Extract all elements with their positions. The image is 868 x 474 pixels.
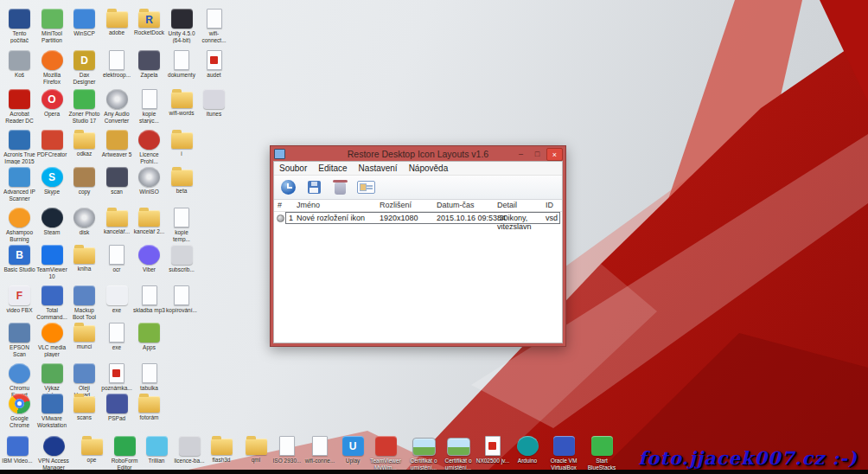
menu-napoveda[interactable]: Nápověda [409,163,449,173]
menu-nastaveni[interactable]: Nastavení [359,163,398,173]
column-header-detail[interactable]: Detail [497,201,517,209]
titlebar[interactable]: Restore Desktop Icon Layouts v1.6 – □ × [271,146,565,161]
desktop-icon[interactable]: Oleji Hovad... [68,363,100,398]
column-header-id[interactable]: ID [546,201,553,209]
desktop-icon[interactable]: kopírování... [166,285,198,314]
desktop-icon[interactable]: subscrib... [166,245,198,273]
desktop-icon[interactable]: Chromu Export [3,363,35,398]
desktop-icon[interactable]: Artweaver 5 [101,130,133,158]
restore-layout-button[interactable] [278,177,298,197]
menu-soubor[interactable]: Soubor [279,163,307,173]
desktop-icon[interactable]: elektroop... [101,50,133,79]
desktop-icon[interactable]: NX02500 jv... [475,436,510,464]
desktop-icon[interactable]: Any Audio Converter [101,89,133,124]
desktop-icon[interactable]: Total Command... [36,285,68,320]
column-header-name[interactable]: Jméno [297,201,320,209]
desktop-icon[interactable]: copy [68,167,100,195]
desktop-icon[interactable]: Fvideo FBX [3,285,35,314]
desktop-icon[interactable]: Výkaz výpla... [36,363,68,398]
desktop-icon[interactable]: Certifikát o umístění... [406,436,441,471]
desktop-icon[interactable]: OOpera [36,89,68,118]
desktop-icon[interactable]: itunes [198,89,230,118]
desktop-icon[interactable]: scan [101,167,133,195]
desktop-icon[interactable]: kniha [68,245,100,272]
desktop-icon[interactable]: adobe [101,9,133,36]
desktop-icon[interactable]: Unity 4.5.0 (64-bit) [166,9,198,43]
desktop-icon[interactable]: PDFCreator [36,130,68,158]
desktop-icon[interactable]: VPN Access Manager [36,436,71,471]
desktop-icon[interactable]: fotorám [133,394,165,421]
desktop-icon[interactable]: WinISO [133,167,165,195]
desktop-icon[interactable]: Mozilla Firefox [36,50,68,85]
save-layout-button[interactable] [304,177,324,197]
desktop-icon[interactable]: TeamViewer MyWm... [368,436,403,471]
desktop-icon[interactable]: Google Chrome [3,394,35,428]
desktop-icon[interactable]: Ashampoo Burning Stu... [3,208,35,243]
desktop-icon[interactable]: UUplay [335,436,370,464]
desktop-icon[interactable]: odkaz [68,130,100,157]
desktop-icon[interactable]: Viber [133,245,165,273]
desktop-icon[interactable]: audet [198,50,230,79]
desktop-icon[interactable]: Mackup Boot Tool [68,285,100,320]
desktop-icon[interactable]: munci [68,323,100,350]
desktop-icon[interactable]: poznámka... [101,363,133,392]
desktop-icon[interactable]: Arduino [510,436,545,464]
desktop-icon[interactable]: ope [74,436,109,464]
desktop-icon[interactable]: PSPad [101,394,133,422]
desktop-icon[interactable]: Trillian [139,436,174,464]
desktop-icon[interactable]: Tento počítač [3,9,35,43]
desktop-icon[interactable]: ISO 2930... [270,436,304,464]
desktop-icon[interactable]: Oracle VM VirtualBox [546,436,581,471]
desktop-icon[interactable]: Steam [36,208,68,236]
close-button[interactable]: × [546,148,563,161]
minimize-button[interactable]: – [514,148,528,159]
desktop-icon[interactable]: RoboForm Editor [107,436,142,471]
desktop-icon[interactable]: Zoner Photo Studio 17 [68,89,100,124]
desktop-icon[interactable]: skladba mp3 [133,285,165,314]
desktop-icon[interactable]: Licence Prohl... [133,130,165,164]
desktop-icon[interactable]: WinSCP [68,9,100,37]
column-header-resolution[interactable]: Rozlišení [380,201,412,209]
desktop-icon[interactable]: dokumenty [166,50,198,79]
desktop-icon[interactable]: Apps [133,323,165,351]
desktop-icon[interactable]: flash3d [204,436,239,464]
desktop-icon[interactable]: Start BlueStacks [584,436,619,471]
desktop-icon[interactable]: licence-ba... [172,436,207,464]
delete-layout-button[interactable] [330,177,350,197]
desktop-icon[interactable]: Acrobat Reader DC [3,89,35,124]
desktop-icon[interactable]: MiniTool Partition Wi... [36,9,68,44]
desktop-icon[interactable]: Koš [3,50,35,79]
desktop-icon[interactable]: Acronis True Image 2015 [3,130,35,164]
desktop-icon[interactable]: scans [68,394,100,421]
table-row[interactable]: 1 Nové rozložení ikon 1920x1080 2015.10.… [274,212,562,223]
desktop-icon[interactable]: disk [68,208,100,236]
desktop-icon[interactable]: kancelář 2... [133,208,165,235]
details-button[interactable] [356,177,376,197]
desktop-icon[interactable]: SSkype [36,167,68,195]
desktop-icon[interactable]: qml [239,436,273,464]
desktop-icon[interactable]: Advanced IP Scanner [3,167,35,202]
desktop-icon[interactable]: exe [101,323,133,351]
desktop-icon[interactable]: RRocketDock [133,9,165,36]
column-header-datetime[interactable]: Datum-čas [437,201,475,209]
desktop-icon[interactable]: TeamViewer 10 [36,245,68,279]
desktop-icon[interactable]: kancelář... [101,208,133,235]
desktop-icon[interactable]: VLC media player [36,323,68,357]
desktop-icon[interactable]: exe [101,285,133,314]
desktop-icon[interactable]: VMware Workstation [36,394,68,428]
maximize-button[interactable]: □ [530,148,545,159]
desktop-icon[interactable]: ocr [101,245,133,273]
desktop-icon[interactable]: EPSON Scan [3,323,35,357]
desktop-icon[interactable]: Zapela [133,50,165,79]
desktop-icon[interactable]: Certifikát o umístění... [441,436,475,471]
desktop-icon[interactable]: IBM Video... [0,436,35,464]
desktop-icon[interactable]: DDax Designer Pro 2013... [68,50,100,86]
desktop-icon[interactable]: tabulka [133,363,165,392]
column-header-num[interactable]: # [278,201,282,209]
desktop-icon[interactable]: wifi-connect... [198,9,230,43]
menu-editace[interactable]: Editace [318,163,347,173]
desktop-icon[interactable]: BBasic Studio [3,245,35,273]
desktop-icon[interactable]: i [166,130,198,157]
desktop-icon[interactable]: kopie temp... [166,208,198,242]
desktop-icon[interactable]: wifi-conne... [303,436,337,464]
